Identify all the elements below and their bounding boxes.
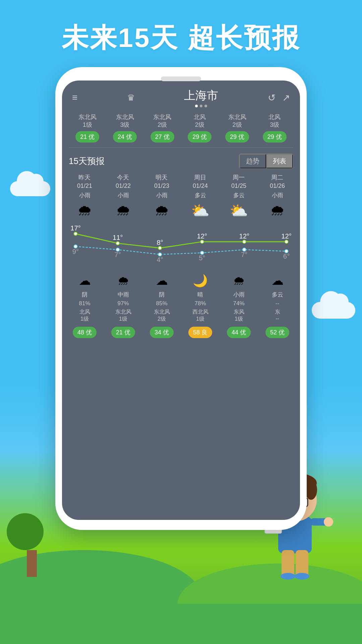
night-pct-0: 81% — [79, 300, 90, 307]
forecast-day-1: 今天 01/22 — [116, 173, 131, 190]
tree-decoration — [20, 513, 44, 577]
svg-point-31 — [243, 240, 246, 244]
night-pct-2: 85% — [156, 300, 167, 307]
forecast-icon-3: ⛅ — [191, 202, 209, 219]
night-cond-4: 小雨 — [233, 291, 245, 299]
night-pct-5: -- — [276, 300, 279, 307]
svg-point-3 — [281, 573, 295, 580]
bottom-aqi-col-3: 58 良 — [181, 327, 220, 338]
night-wind-3: 西北风 1级 — [192, 309, 208, 323]
svg-point-29 — [200, 240, 204, 244]
forecast-day-0: 昨天 01/21 — [77, 173, 92, 190]
nav-city: 上海市 — [184, 88, 218, 107]
wind-text-4: 东北风 2级 — [228, 113, 246, 129]
forecast-col-3: 周日 01/24多云⛅ — [181, 173, 220, 221]
bottom-aqi-col-2: 34 优 — [142, 327, 181, 338]
tab-trend[interactable]: 趋势 — [239, 154, 266, 168]
aqi-badge-2: 27 优 — [150, 131, 174, 143]
forecast-icon-0: 🌧 — [77, 202, 92, 219]
bottom-aqi-badge-3: 58 良 — [188, 327, 212, 338]
crown-icon[interactable]: ♛ — [127, 93, 135, 103]
bottom-col-0: ☁阴81%北风 1级 — [65, 272, 104, 323]
wind-text-3: 北风 2级 — [194, 113, 206, 129]
forecast-col-4: 周一 01/25多云⛅ — [220, 173, 258, 221]
phone-mockup: ≡ ♛ 上海市 ↺ ↗ 东北风 1级21 优东北风 3级24 优东北风 2级27… — [55, 67, 307, 530]
aqi-col-5: 北风 3级29 优 — [256, 113, 293, 143]
night-wind-5: 东 -- — [275, 309, 280, 322]
night-wind-4: 东风 1级 — [234, 309, 244, 323]
section-header: 15天预报 趋势 列表 — [62, 148, 300, 173]
bottom-aqi-badge-1: 21 优 — [111, 327, 135, 338]
aqi-col-3: 北风 2级29 优 — [181, 113, 219, 143]
night-icon-0: ☁ — [79, 274, 91, 288]
night-cond-5: 多云 — [272, 291, 283, 299]
tab-list[interactable]: 列表 — [266, 154, 293, 168]
phone-screen: ≡ ♛ 上海市 ↺ ↗ 东北风 1级21 优东北风 3级24 优东北风 2级27… — [62, 80, 300, 520]
dot-3 — [204, 105, 207, 107]
dot-2 — [200, 105, 202, 107]
header-title: 未来15天 超长预报 — [0, 20, 362, 56]
svg-text:8°: 8° — [157, 239, 163, 246]
wind-text-2: 东北风 2级 — [153, 113, 171, 129]
night-wind-0: 北风 1级 — [79, 309, 90, 323]
aqi-badge-5: 29 优 — [263, 131, 287, 143]
wind-text-1: 东北风 3级 — [116, 113, 134, 129]
aqi-col-0: 东北风 1级21 优 — [69, 113, 106, 143]
forecast-col-5: 周二 01/26小雨🌧 — [258, 173, 297, 221]
forecast-cond-0: 小雨 — [79, 192, 90, 199]
cloud-right — [312, 302, 355, 319]
forecast-icon-5: 🌧 — [270, 202, 285, 219]
temperature-chart: 17° 11° 8° 12° 12° 12° 9° 7° 4° 5 — [65, 221, 297, 268]
night-icon-4: 🌧 — [233, 274, 245, 288]
forecast-icon-1: 🌧 — [116, 202, 131, 219]
aqi-top-row: 东北风 1级21 优东北风 3级24 优东北风 2级27 优北风 2级29 优东… — [62, 111, 300, 147]
svg-text:5°: 5° — [199, 254, 205, 262]
forecast-col-1: 今天 01/22小雨🌧 — [104, 173, 142, 221]
wind-text-0: 东北风 1级 — [78, 113, 97, 129]
night-wind-1: 东北风 1级 — [115, 309, 131, 323]
forecast-day-4: 周一 01/25 — [231, 173, 246, 190]
svg-text:6°: 6° — [283, 253, 290, 260]
city-name: 上海市 — [184, 88, 218, 103]
forecast-cond-5: 小雨 — [272, 192, 283, 199]
bottom-col-2: ☁阴85%东北风 2级 — [142, 272, 181, 323]
forecast-col-0: 昨天 01/21小雨🌧 — [65, 173, 104, 221]
bottom-aqi-col-1: 21 优 — [104, 327, 142, 338]
svg-text:12°: 12° — [197, 232, 207, 240]
night-cond-1: 中雨 — [118, 291, 129, 299]
svg-point-25 — [116, 242, 119, 245]
aqi-badge-1: 24 优 — [113, 131, 137, 143]
svg-text:17°: 17° — [70, 224, 81, 232]
bottom-aqi-col-5: 52 优 — [258, 327, 297, 338]
svg-point-7 — [305, 480, 317, 500]
bottom-aqi-col-0: 48 优 — [65, 327, 104, 338]
forecast-cond-2: 小雨 — [156, 192, 168, 199]
night-cond-2: 阴 — [159, 291, 165, 299]
nav-dots — [195, 105, 207, 107]
svg-point-23 — [74, 232, 77, 235]
svg-text:4°: 4° — [157, 256, 163, 263]
dot-1 — [195, 105, 198, 107]
bottom-col-4: 🌧小雨74%东风 1级 — [220, 272, 258, 323]
nav-bar: ≡ ♛ 上海市 ↺ ↗ — [62, 80, 300, 111]
forecast-top-row: 昨天 01/21小雨🌧今天 01/22小雨🌧明天 01/23小雨🌧周日 01/2… — [62, 173, 300, 221]
aqi-col-4: 东北风 2级29 优 — [219, 113, 256, 143]
bottom-aqi-col-4: 44 优 — [220, 327, 258, 338]
forecast-day-2: 明天 01/23 — [154, 173, 169, 190]
night-icon-2: ☁ — [156, 274, 168, 288]
night-pct-3: 78% — [194, 300, 206, 307]
night-pct-1: 97% — [117, 300, 129, 307]
share-icon[interactable]: ↗ — [282, 92, 290, 103]
bottom-aqi-row: 48 优21 优34 优58 良44 优52 优 — [62, 323, 300, 342]
night-wind-2: 东北风 2级 — [154, 309, 170, 323]
aqi-badge-0: 21 优 — [75, 131, 99, 143]
bottom-aqi-badge-4: 44 优 — [227, 327, 251, 338]
menu-icon[interactable]: ≡ — [72, 92, 77, 103]
night-cond-0: 阴 — [82, 291, 87, 299]
tab-group: 趋势 列表 — [239, 154, 293, 169]
bottom-aqi-badge-5: 52 优 — [265, 327, 289, 338]
refresh-icon[interactable]: ↺ — [268, 92, 276, 103]
bottom-forecast-row: ☁阴81%北风 1级🌧中雨97%东北风 1级☁阴85%东北风 2级🌙晴78%西北… — [62, 268, 300, 323]
svg-text:12°: 12° — [281, 232, 292, 240]
phone-speaker — [161, 76, 201, 81]
